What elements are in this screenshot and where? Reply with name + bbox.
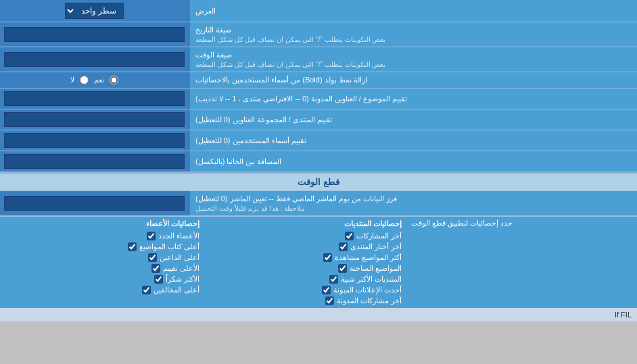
checkbox-item-hot-topics: المواضيع الساخنة [206, 264, 402, 273]
col1-header: إحصائيات الأعضاء [4, 219, 199, 228]
checkbox-announcements[interactable] [322, 286, 331, 294]
forum-group-field[interactable]: 33 [4, 112, 185, 127]
checkbox-most-thanked-label: الأكثر شكراً [166, 275, 199, 284]
usernames-input[interactable]: 0 [0, 130, 189, 151]
checkbox-most-viewed-label: أكثر المواضيع مشاهدة [335, 253, 402, 262]
checkbox-item-top-writers: أعلى كتاب المواضيع [4, 242, 199, 251]
checkbox-item-top-violators: أعلى المخالفين [4, 286, 199, 294]
checkbox-top-inviters[interactable] [148, 253, 157, 262]
checkbox-item-forum-news: آخر أخبار المنتدى [206, 242, 402, 251]
realtime-section-header: قطع الوقت [0, 172, 637, 191]
checkbox-col-members: إحصائيات الأعضاء الأعضاء الجدد أعلى كتاب… [4, 219, 199, 305]
realtime-field[interactable]: 0 [4, 196, 185, 211]
bottom-label: If FIL [615, 311, 632, 319]
checkbox-similar-forums[interactable] [329, 275, 338, 284]
bold-yes-label: نعم [94, 76, 104, 84]
display-mode-select[interactable]: سطر واحد [65, 3, 124, 19]
checkbox-last-posts-label: آخر المشاركات [356, 232, 402, 240]
display-mode-input[interactable]: سطر واحد [0, 0, 189, 22]
time-format-input[interactable]: H:i [0, 47, 189, 72]
bold-no-radio[interactable] [80, 76, 89, 84]
date-format-field[interactable]: d-m [4, 27, 185, 42]
spacing-field[interactable]: 2 [4, 154, 185, 169]
realtime-label: فرز البيانات من يوم الماشر الماضي فقط --… [189, 191, 637, 215]
checkbox-top-violators[interactable] [142, 286, 151, 294]
checkbox-item-most-thanked: الأكثر شكراً [4, 275, 199, 284]
checkbox-most-thanked[interactable] [154, 275, 163, 284]
forum-group-input[interactable]: 33 [0, 109, 189, 130]
display-mode-label: العرض [189, 0, 637, 22]
time-format-field[interactable]: H:i [4, 52, 185, 67]
forum-group-label: تقييم المنتدى / المجموعة العناوين (0 للت… [189, 109, 637, 130]
bold-no-label: لا [70, 76, 74, 84]
limit-label: حدد إحصائيات لتطبيق قطع الوقت [406, 217, 637, 308]
date-format-label: صيغة التاريخ بعض التكوينات يتطلب "/" الت… [189, 22, 637, 47]
checkbox-hot-topics[interactable] [338, 264, 347, 273]
checkbox-item-top-inviters: أعلى الداعين [4, 253, 199, 262]
checkbox-top-rated-label: الأعلى تقييم [163, 264, 199, 273]
usernames-field[interactable]: 0 [4, 133, 185, 148]
checkbox-item-announcements: أحدث الإعلانات المبونة [206, 286, 402, 294]
time-format-label: صيغة الوقت بعض التكوينات يتطلب "/" التي … [189, 47, 637, 72]
checkbox-last-posts[interactable] [345, 232, 354, 240]
checkbox-announcements-label: أحدث الإعلانات المبونة [333, 286, 402, 294]
checkbox-similar-forums-label: المنتديات الأكثر شبية [341, 275, 402, 284]
forum-titles-label: تقييم الموضوع / العناوين المدونة (0 -- ا… [189, 88, 637, 109]
spacing-input[interactable]: 2 [0, 151, 189, 172]
checkbox-blog-posts[interactable] [325, 296, 334, 305]
bold-remove-label: ازالة نمط بولد (Bold) من أسماء المستخدمي… [189, 72, 637, 88]
checkbox-top-inviters-label: أعلى الداعين [160, 253, 199, 262]
realtime-input[interactable]: 0 [0, 191, 189, 215]
checkbox-top-writers-label: أعلى كتاب المواضيع [139, 242, 199, 251]
checkbox-item-last-posts: آخر المشاركات [206, 232, 402, 240]
checkbox-item-most-viewed: أكثر المواضيع مشاهدة [206, 253, 402, 262]
checkbox-top-writers[interactable] [128, 242, 137, 251]
checkbox-top-violators-label: أعلى المخالفين [154, 286, 199, 294]
checkbox-new-members[interactable] [147, 232, 156, 240]
col2-header: إحصائيات المنتديات [206, 219, 402, 228]
checkbox-blog-posts-label: آخر مشاركات المدونة [337, 296, 402, 305]
bold-remove-radio[interactable]: نعم لا [0, 72, 189, 88]
checkbox-col-forums: إحصائيات المنتديات آخر المشاركات آخر أخب… [206, 219, 402, 305]
checkbox-top-rated[interactable] [151, 264, 160, 273]
bold-yes-radio[interactable] [110, 76, 118, 84]
checkbox-forum-news[interactable] [339, 242, 348, 251]
checkbox-hot-topics-label: المواضيع الساخنة [350, 264, 402, 273]
usernames-label: تقييم أسماء المستخدمين (0 للتعطيل) [189, 130, 637, 151]
checkbox-item-new-members: الأعضاء الجدد [4, 232, 199, 240]
checkbox-new-members-label: الأعضاء الجدد [158, 232, 199, 240]
checkbox-item-similar-forums: المنتديات الأكثر شبية [206, 275, 402, 284]
forum-titles-input[interactable]: 33 [0, 88, 189, 109]
checkbox-most-viewed[interactable] [323, 253, 332, 262]
checkbox-item-blog-posts: آخر مشاركات المدونة [206, 296, 402, 305]
date-format-input[interactable]: d-m [0, 22, 189, 47]
checkbox-item-top-rated: الأعلى تقييم [4, 264, 199, 273]
spacing-label: المسافة بين الخانيا (بالبكسل) [189, 151, 637, 172]
forum-titles-field[interactable]: 33 [4, 91, 185, 106]
bold-radio-group: نعم لا [70, 76, 118, 84]
checkbox-forum-news-label: آخر أخبار المنتدى [350, 242, 402, 251]
